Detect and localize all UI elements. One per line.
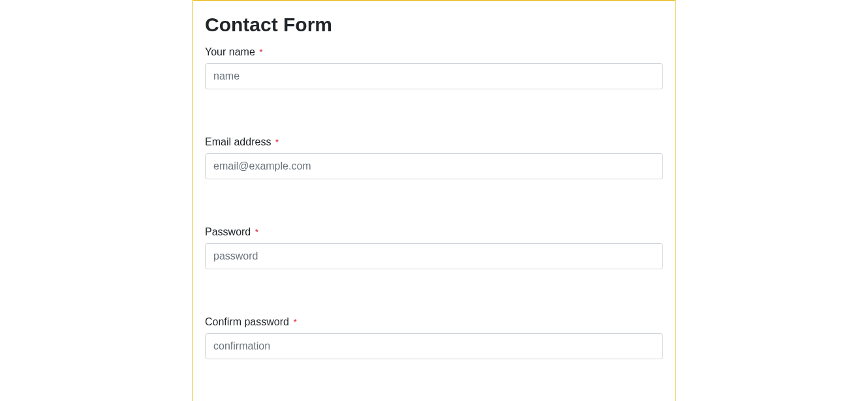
required-star-icon: * (255, 227, 258, 237)
contact-form-container: Contact Form Your name * Email address *… (193, 0, 675, 401)
name-label: Your name * (205, 46, 663, 58)
email-input[interactable] (205, 153, 663, 179)
password-label-text: Password (205, 226, 251, 237)
form-group-name: Your name * (205, 46, 663, 89)
form-title: Contact Form (205, 14, 663, 36)
form-group-email: Email address * (205, 136, 663, 179)
required-star-icon: * (259, 47, 262, 57)
required-star-icon: * (275, 137, 279, 147)
confirm-password-label: Confirm password * (205, 316, 663, 328)
confirm-password-label-text: Confirm password (205, 316, 289, 327)
password-input[interactable] (205, 243, 663, 269)
email-label: Email address * (205, 136, 663, 148)
email-label-text: Email address (205, 136, 271, 147)
name-label-text: Your name (205, 46, 255, 57)
name-input[interactable] (205, 63, 663, 89)
form-group-confirm-password: Confirm password * (205, 316, 663, 359)
required-star-icon: * (293, 317, 296, 327)
form-group-password: Password * (205, 226, 663, 269)
password-label: Password * (205, 226, 663, 238)
confirm-password-input[interactable] (205, 333, 663, 359)
